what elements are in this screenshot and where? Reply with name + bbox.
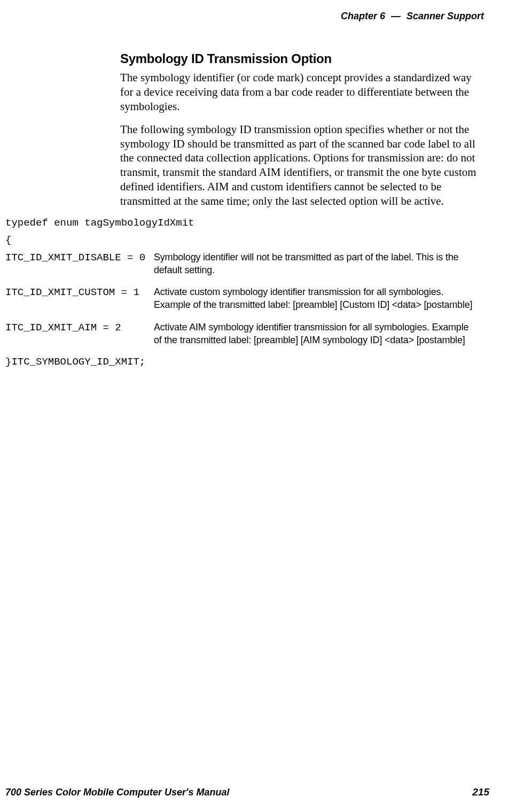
chapter-number: 6 bbox=[380, 11, 385, 21]
enum-row: ITC_ID_XMIT_DISABLE = 0 Symbology identi… bbox=[5, 251, 489, 277]
closing-line: }ITC_SYMBOLOGY_ID_XMIT; bbox=[5, 356, 489, 368]
chapter-label: Chapter bbox=[341, 11, 377, 21]
intro-paragraph-2: The following symbology ID transmission … bbox=[120, 122, 484, 208]
running-header: Chapter 6 — Scanner Support bbox=[5, 11, 489, 22]
page-footer: 700 Series Color Mobile Computer User's … bbox=[5, 786, 489, 798]
enum-desc-disable: Symbology identifier will not be transmi… bbox=[154, 251, 489, 277]
chapter-title: Scanner Support bbox=[406, 11, 484, 21]
open-brace: { bbox=[5, 234, 489, 246]
typedef-line: typedef enum tagSymbologyIdXmit bbox=[5, 217, 489, 229]
enum-code-disable: ITC_ID_XMIT_DISABLE = 0 bbox=[5, 251, 154, 264]
section-heading: Symbology ID Transmission Option bbox=[120, 51, 489, 66]
enum-desc-aim: Activate AIM symbology identifier transm… bbox=[154, 321, 489, 347]
enum-code-custom: ITC_ID_XMIT_CUSTOM = 1 bbox=[5, 286, 154, 298]
enum-code-aim: ITC_ID_XMIT_AIM = 2 bbox=[5, 321, 154, 334]
page-container: Chapter 6 — Scanner Support Symbology ID… bbox=[0, 0, 516, 812]
enum-definitions: ITC_ID_XMIT_DISABLE = 0 Symbology identi… bbox=[5, 251, 489, 347]
enum-row: ITC_ID_XMIT_AIM = 2 Activate AIM symbolo… bbox=[5, 321, 489, 347]
header-separator: — bbox=[391, 11, 401, 21]
manual-title: 700 Series Color Mobile Computer User's … bbox=[5, 787, 229, 798]
intro-paragraph-1: The symbology identifier (or code mark) … bbox=[120, 71, 484, 114]
enum-desc-custom: Activate custom symbology identifier tra… bbox=[154, 286, 489, 312]
enum-row: ITC_ID_XMIT_CUSTOM = 1 Activate custom s… bbox=[5, 286, 489, 312]
page-number: 215 bbox=[472, 786, 489, 798]
